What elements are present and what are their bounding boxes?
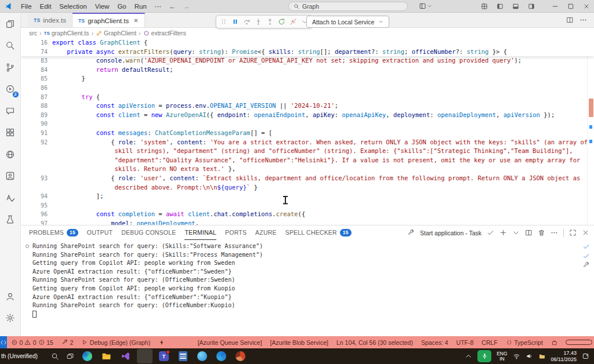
code-line[interactable]: 85} bbox=[21, 74, 594, 83]
taskbar-window-label[interactable]: th (Unverified) bbox=[1, 353, 48, 359]
more-actions-icon[interactable] bbox=[550, 229, 558, 236]
menu-item-edit[interactable]: Edit bbox=[36, 3, 56, 10]
indentation-status[interactable]: Spaces: 4 bbox=[417, 336, 452, 348]
taskbar-search-icon[interactable] bbox=[49, 350, 61, 363]
sidebar-item-spell-checker[interactable] bbox=[2, 191, 19, 205]
code-line[interactable]: 89const client = new AzureOpenAI({ endpo… bbox=[21, 111, 594, 120]
panel-tab-terminal[interactable]: TERMINAL bbox=[184, 225, 216, 240]
code-line[interactable]: 90 bbox=[21, 119, 594, 129]
attach-config-dropdown[interactable]: Attach to Local Service bbox=[306, 16, 389, 28]
code-text[interactable]: skill strings), "department" (string) an… bbox=[48, 147, 573, 156]
code-line[interactable]: 93{ role: 'user', content: `Extract skil… bbox=[21, 174, 594, 183]
microphone-button[interactable] bbox=[477, 350, 491, 362]
breadcrumb-item[interactable]: GraphClient bbox=[96, 30, 136, 37]
code-text[interactable] bbox=[48, 119, 52, 129]
layout-grid-icon[interactable] bbox=[476, 0, 492, 13]
remote-indicator[interactable] bbox=[0, 336, 7, 348]
go-back-icon[interactable]: ← bbox=[165, 2, 179, 10]
code-text[interactable]: "department":"Quality Assurance", "offic… bbox=[48, 156, 580, 165]
breadcrumb-item[interactable]: src bbox=[29, 30, 37, 37]
taskbar-app-vscode[interactable] bbox=[137, 349, 153, 363]
check-icon[interactable] bbox=[582, 252, 590, 260]
taskbar-app-visual-studio[interactable] bbox=[118, 349, 133, 363]
code-text[interactable]: const client = new AzureOpenAI({ endpoin… bbox=[48, 111, 555, 120]
language-status[interactable]: TypeScript bbox=[502, 336, 547, 348]
toggle-primary-sidebar-icon[interactable] bbox=[492, 0, 508, 13]
taskbar-app-app-blue[interactable] bbox=[194, 349, 210, 363]
menu-item-[interactable]: ⋯ bbox=[151, 2, 166, 10]
sidebar-item-settings-gear[interactable] bbox=[2, 311, 19, 325]
sidebar-item-search[interactable] bbox=[2, 39, 19, 53]
code-text[interactable]: } bbox=[48, 74, 85, 83]
panel-tab-ports[interactable]: PORTS bbox=[225, 225, 247, 240]
code-text[interactable]: export class GraphClient { bbox=[48, 38, 147, 48]
close-panel-icon[interactable] bbox=[582, 229, 589, 236]
debug-status[interactable]: Debug (Edge) (Graph) bbox=[77, 336, 154, 348]
task-view-icon[interactable] bbox=[64, 350, 77, 363]
taskbar-app-pie-chart-app[interactable] bbox=[233, 349, 248, 363]
tools-icon[interactable] bbox=[582, 261, 590, 269]
menu-item-selection[interactable]: Selection bbox=[55, 3, 90, 10]
code-line[interactable]: "department":"Quality Assurance", "offic… bbox=[21, 156, 594, 165]
code-line[interactable]: 84return defaultResult; bbox=[21, 65, 594, 75]
close-button[interactable] bbox=[578, 0, 594, 13]
notification-center-icon[interactable] bbox=[582, 352, 589, 360]
restart-icon[interactable] bbox=[277, 17, 287, 27]
split-editor-icon[interactable] bbox=[566, 16, 574, 24]
code-editor[interactable]: 16export class GraphClient {74private as… bbox=[21, 38, 594, 225]
tab-index.ts[interactable]: TSindex.ts bbox=[28, 13, 73, 27]
code-line[interactable]: 86 bbox=[21, 83, 594, 93]
code-text[interactable] bbox=[48, 201, 52, 210]
sidebar-item-m365[interactable] bbox=[2, 169, 19, 183]
terminal-tabs-list[interactable] bbox=[582, 243, 590, 269]
sidebar-item-source-control[interactable] bbox=[2, 60, 19, 74]
menu-item-file[interactable]: File bbox=[17, 3, 36, 10]
code-line[interactable]: 95 bbox=[21, 201, 594, 210]
breadcrumb-item[interactable]: extractFilters bbox=[143, 30, 186, 37]
language-indicator[interactable]: ENGIN bbox=[497, 351, 507, 362]
overview-ruler[interactable] bbox=[587, 38, 594, 225]
code-line[interactable]: 94]; bbox=[21, 192, 594, 201]
minimize-button[interactable] bbox=[547, 0, 563, 13]
code-text[interactable]: return defaultResult; bbox=[48, 65, 173, 75]
pause-icon[interactable] bbox=[230, 17, 240, 27]
code-line[interactable]: skill strings), "department" (string) an… bbox=[21, 147, 594, 156]
maximize-button[interactable] bbox=[563, 0, 578, 13]
clock[interactable]: 17.4306/11/2025 bbox=[551, 350, 577, 362]
menu-item-run[interactable]: Run bbox=[131, 3, 151, 10]
code-line[interactable]: 97model: openaiDeployment, bbox=[21, 219, 594, 225]
customize-layout-button[interactable] bbox=[419, 2, 432, 10]
code-text[interactable]: described above. Prompt:\n\n${query}` } bbox=[48, 183, 258, 192]
step-over-icon[interactable] bbox=[242, 17, 252, 27]
command-center-search[interactable]: Graph bbox=[288, 2, 408, 11]
code-text[interactable]: const messages: ChatCompletionMessagePar… bbox=[48, 129, 272, 138]
new-terminal-button[interactable] bbox=[499, 229, 507, 236]
menu-item-go[interactable]: Go bbox=[113, 3, 130, 10]
close-tab-icon[interactable]: ✕ bbox=[133, 17, 138, 24]
speaker-icon[interactable] bbox=[526, 352, 533, 360]
menu-item-view[interactable]: View bbox=[91, 3, 114, 10]
more-actions-icon[interactable] bbox=[579, 16, 587, 24]
code-line[interactable]: 92{ role: 'system', content: 'You are a … bbox=[21, 138, 594, 147]
code-text[interactable]: try { bbox=[48, 93, 100, 102]
sidebar-item-testing[interactable] bbox=[2, 213, 19, 227]
code-text[interactable]: skills. Return NO extra text.' }, bbox=[48, 165, 236, 174]
sidebar-item-globe[interactable] bbox=[2, 147, 19, 161]
maximize-panel-icon[interactable] bbox=[569, 229, 577, 236]
code-line[interactable]: 96const completion = await client.chat.c… bbox=[21, 210, 594, 219]
azurite-blob-service[interactable]: [Azurite Blob Service] bbox=[266, 336, 332, 348]
problems-status[interactable]: 0 0 15 bbox=[7, 336, 57, 348]
lightning-status[interactable] bbox=[154, 336, 169, 348]
panel-tab-debug-console[interactable]: DEBUG CONSOLE bbox=[121, 225, 176, 240]
eol-status[interactable]: CRLF bbox=[477, 336, 501, 348]
code-text[interactable]: private async extractFilters(query: stri… bbox=[48, 48, 507, 57]
code-line[interactable]: 87try { bbox=[21, 93, 594, 102]
code-text[interactable]: { role: 'system', content: 'You are a st… bbox=[48, 138, 588, 147]
panel-tab-problems[interactable]: PROBLEMS15 bbox=[29, 225, 78, 240]
task-label[interactable]: Start application - Task bbox=[420, 230, 481, 236]
code-line[interactable]: skills. Return NO extra text.' }, bbox=[21, 165, 594, 174]
code-line[interactable]: 16export class GraphClient { bbox=[21, 38, 594, 48]
devtools-status[interactable] bbox=[547, 336, 562, 348]
tasks-status[interactable]: 2 bbox=[57, 336, 77, 348]
step-out-icon[interactable] bbox=[265, 17, 275, 27]
